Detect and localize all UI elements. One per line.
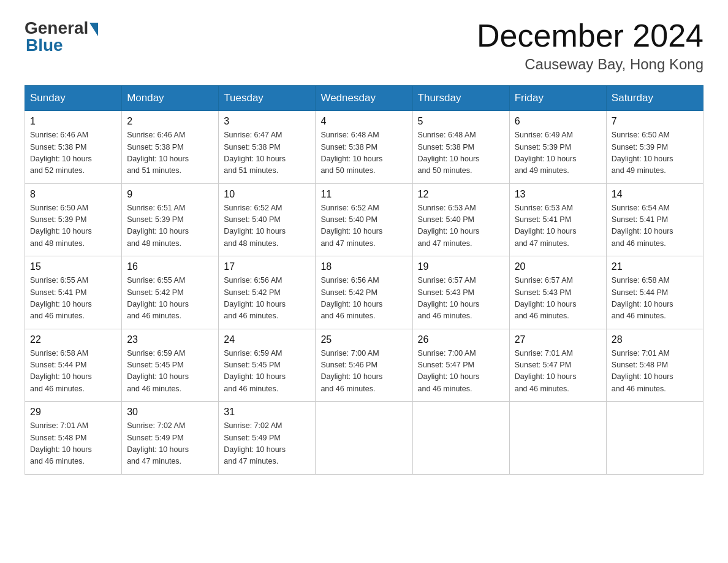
week-row-2: 8 Sunrise: 6:50 AMSunset: 5:39 PMDayligh… xyxy=(25,183,703,256)
week-row-5: 29 Sunrise: 7:01 AMSunset: 5:48 PMDaylig… xyxy=(25,402,703,475)
calendar-cell: 12 Sunrise: 6:53 AMSunset: 5:40 PMDaylig… xyxy=(412,183,509,256)
day-info: Sunrise: 6:51 AMSunset: 5:39 PMDaylight:… xyxy=(127,202,213,250)
day-number: 23 xyxy=(127,334,213,345)
calendar-cell: 27 Sunrise: 7:01 AMSunset: 5:47 PMDaylig… xyxy=(509,329,606,402)
day-number: 11 xyxy=(320,189,407,200)
calendar-cell: 30 Sunrise: 7:02 AMSunset: 5:49 PMDaylig… xyxy=(122,402,219,475)
title-area: December 2024 Causeway Bay, Hong Kong xyxy=(477,18,703,73)
day-number: 9 xyxy=(127,189,213,200)
day-number: 3 xyxy=(224,116,310,127)
calendar-cell: 19 Sunrise: 6:57 AMSunset: 5:43 PMDaylig… xyxy=(412,256,509,329)
column-header-tuesday: Tuesday xyxy=(219,86,316,111)
day-info: Sunrise: 6:48 AMSunset: 5:38 PMDaylight:… xyxy=(418,129,504,177)
day-number: 16 xyxy=(127,261,213,272)
day-info: Sunrise: 6:52 AMSunset: 5:40 PMDaylight:… xyxy=(320,202,407,250)
day-info: Sunrise: 7:01 AMSunset: 5:47 PMDaylight:… xyxy=(515,348,601,396)
day-number: 1 xyxy=(30,116,116,127)
logo-arrow-icon xyxy=(89,23,98,36)
day-number: 14 xyxy=(612,189,698,200)
week-row-1: 1 Sunrise: 6:46 AMSunset: 5:38 PMDayligh… xyxy=(25,111,703,184)
day-info: Sunrise: 6:55 AMSunset: 5:42 PMDaylight:… xyxy=(127,275,213,323)
day-number: 4 xyxy=(320,116,407,127)
calendar-cell: 11 Sunrise: 6:52 AMSunset: 5:40 PMDaylig… xyxy=(316,183,412,256)
day-number: 5 xyxy=(418,116,504,127)
calendar-cell: 23 Sunrise: 6:59 AMSunset: 5:45 PMDaylig… xyxy=(122,329,219,402)
calendar-cell: 9 Sunrise: 6:51 AMSunset: 5:39 PMDayligh… xyxy=(122,183,219,256)
day-number: 29 xyxy=(30,407,116,418)
day-info: Sunrise: 6:56 AMSunset: 5:42 PMDaylight:… xyxy=(224,275,310,323)
day-info: Sunrise: 6:58 AMSunset: 5:44 PMDaylight:… xyxy=(612,275,698,323)
day-number: 21 xyxy=(612,261,698,272)
day-info: Sunrise: 6:46 AMSunset: 5:38 PMDaylight:… xyxy=(30,129,116,177)
day-info: Sunrise: 6:57 AMSunset: 5:43 PMDaylight:… xyxy=(515,275,601,323)
calendar-cell: 18 Sunrise: 6:56 AMSunset: 5:42 PMDaylig… xyxy=(316,256,412,329)
day-info: Sunrise: 6:54 AMSunset: 5:41 PMDaylight:… xyxy=(612,202,698,250)
calendar-cell: 25 Sunrise: 7:00 AMSunset: 5:46 PMDaylig… xyxy=(316,329,412,402)
day-info: Sunrise: 7:02 AMSunset: 5:49 PMDaylight:… xyxy=(127,420,213,468)
day-info: Sunrise: 7:01 AMSunset: 5:48 PMDaylight:… xyxy=(30,420,116,468)
logo-blue-text: Blue xyxy=(26,36,63,55)
day-info: Sunrise: 6:52 AMSunset: 5:40 PMDaylight:… xyxy=(224,202,310,250)
column-header-friday: Friday xyxy=(509,86,606,111)
calendar-cell: 24 Sunrise: 6:59 AMSunset: 5:45 PMDaylig… xyxy=(219,329,316,402)
column-header-saturday: Saturday xyxy=(606,86,703,111)
day-number: 2 xyxy=(127,116,213,127)
month-title: December 2024 xyxy=(477,18,703,53)
day-number: 31 xyxy=(224,407,310,418)
day-info: Sunrise: 6:50 AMSunset: 5:39 PMDaylight:… xyxy=(30,202,116,250)
day-number: 27 xyxy=(515,334,601,345)
calendar-cell xyxy=(509,402,606,475)
calendar-cell: 4 Sunrise: 6:48 AMSunset: 5:38 PMDayligh… xyxy=(316,111,412,184)
calendar-cell: 1 Sunrise: 6:46 AMSunset: 5:38 PMDayligh… xyxy=(25,111,122,184)
week-row-3: 15 Sunrise: 6:55 AMSunset: 5:41 PMDaylig… xyxy=(25,256,703,329)
calendar-cell: 8 Sunrise: 6:50 AMSunset: 5:39 PMDayligh… xyxy=(25,183,122,256)
day-number: 19 xyxy=(418,261,504,272)
day-number: 26 xyxy=(418,334,504,345)
week-row-4: 22 Sunrise: 6:58 AMSunset: 5:44 PMDaylig… xyxy=(25,329,703,402)
day-number: 8 xyxy=(30,189,116,200)
day-number: 30 xyxy=(127,407,213,418)
day-info: Sunrise: 6:50 AMSunset: 5:39 PMDaylight:… xyxy=(612,129,698,177)
calendar-cell: 17 Sunrise: 6:56 AMSunset: 5:42 PMDaylig… xyxy=(219,256,316,329)
calendar-cell xyxy=(316,402,412,475)
day-number: 25 xyxy=(320,334,407,345)
calendar-cell: 21 Sunrise: 6:58 AMSunset: 5:44 PMDaylig… xyxy=(606,256,703,329)
calendar-cell xyxy=(412,402,509,475)
column-header-monday: Monday xyxy=(122,86,219,111)
day-info: Sunrise: 6:48 AMSunset: 5:38 PMDaylight:… xyxy=(320,129,407,177)
day-info: Sunrise: 6:47 AMSunset: 5:38 PMDaylight:… xyxy=(224,129,310,177)
calendar-cell: 28 Sunrise: 7:01 AMSunset: 5:48 PMDaylig… xyxy=(606,329,703,402)
day-number: 18 xyxy=(320,261,407,272)
calendar-cell: 16 Sunrise: 6:55 AMSunset: 5:42 PMDaylig… xyxy=(122,256,219,329)
calendar-cell: 14 Sunrise: 6:54 AMSunset: 5:41 PMDaylig… xyxy=(606,183,703,256)
day-number: 10 xyxy=(224,189,310,200)
calendar-cell: 10 Sunrise: 6:52 AMSunset: 5:40 PMDaylig… xyxy=(219,183,316,256)
header-row: SundayMondayTuesdayWednesdayThursdayFrid… xyxy=(25,86,703,111)
day-info: Sunrise: 6:58 AMSunset: 5:44 PMDaylight:… xyxy=(30,348,116,396)
calendar-cell: 31 Sunrise: 7:02 AMSunset: 5:49 PMDaylig… xyxy=(219,402,316,475)
day-info: Sunrise: 6:46 AMSunset: 5:38 PMDaylight:… xyxy=(127,129,213,177)
calendar-cell: 26 Sunrise: 7:00 AMSunset: 5:47 PMDaylig… xyxy=(412,329,509,402)
day-number: 15 xyxy=(30,261,116,272)
day-number: 7 xyxy=(612,116,698,127)
day-number: 13 xyxy=(515,189,601,200)
location: Causeway Bay, Hong Kong xyxy=(477,56,703,73)
calendar-cell: 20 Sunrise: 6:57 AMSunset: 5:43 PMDaylig… xyxy=(509,256,606,329)
calendar-cell: 15 Sunrise: 6:55 AMSunset: 5:41 PMDaylig… xyxy=(25,256,122,329)
calendar-header: SundayMondayTuesdayWednesdayThursdayFrid… xyxy=(25,86,703,111)
page-header: General Blue December 2024 Causeway Bay,… xyxy=(25,18,703,73)
calendar-cell: 6 Sunrise: 6:49 AMSunset: 5:39 PMDayligh… xyxy=(509,111,606,184)
day-info: Sunrise: 7:00 AMSunset: 5:47 PMDaylight:… xyxy=(418,348,504,396)
day-info: Sunrise: 7:01 AMSunset: 5:48 PMDaylight:… xyxy=(612,348,698,396)
calendar-cell: 3 Sunrise: 6:47 AMSunset: 5:38 PMDayligh… xyxy=(219,111,316,184)
day-number: 24 xyxy=(224,334,310,345)
calendar-cell xyxy=(606,402,703,475)
day-info: Sunrise: 6:57 AMSunset: 5:43 PMDaylight:… xyxy=(418,275,504,323)
calendar-cell: 7 Sunrise: 6:50 AMSunset: 5:39 PMDayligh… xyxy=(606,111,703,184)
day-info: Sunrise: 7:02 AMSunset: 5:49 PMDaylight:… xyxy=(224,420,310,468)
column-header-wednesday: Wednesday xyxy=(316,86,412,111)
column-header-thursday: Thursday xyxy=(412,86,509,111)
day-info: Sunrise: 6:55 AMSunset: 5:41 PMDaylight:… xyxy=(30,275,116,323)
calendar-cell: 2 Sunrise: 6:46 AMSunset: 5:38 PMDayligh… xyxy=(122,111,219,184)
calendar-cell: 29 Sunrise: 7:01 AMSunset: 5:48 PMDaylig… xyxy=(25,402,122,475)
